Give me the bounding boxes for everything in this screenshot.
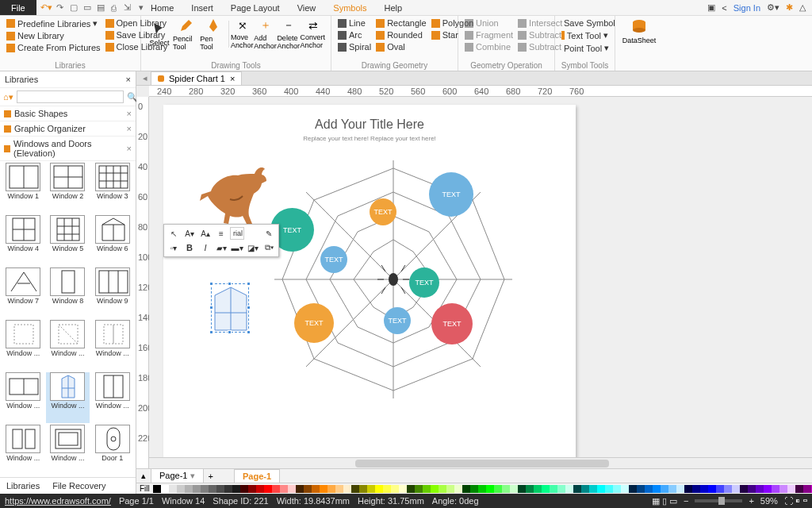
ft-more[interactable]: ▫▾ xyxy=(167,241,181,254)
delete-anchor[interactable]: －Delete Anchor xyxy=(277,17,300,51)
menu-home[interactable]: Home xyxy=(151,3,174,13)
swatch[interactable] xyxy=(581,485,589,493)
close-panel-icon[interactable]: × xyxy=(126,75,131,84)
swatch[interactable] xyxy=(272,485,280,493)
shape-door-1[interactable]: Door 1 xyxy=(91,425,134,475)
tab-file-recovery[interactable]: File Recovery xyxy=(46,478,112,494)
more-icon[interactable]: ▾ xyxy=(136,2,147,13)
swatch[interactable] xyxy=(185,485,193,493)
swatch[interactable] xyxy=(740,485,748,493)
swatch[interactable] xyxy=(264,485,272,493)
swatch[interactable] xyxy=(756,485,764,493)
tab-libraries[interactable]: Libraries xyxy=(0,478,46,494)
shape-window-[interactable]: Window ... xyxy=(91,372,134,423)
swatch[interactable] xyxy=(327,485,335,493)
swatch[interactable] xyxy=(550,485,557,493)
swatch[interactable] xyxy=(668,485,676,493)
swatch[interactable] xyxy=(692,485,700,493)
page-tab-active[interactable]: Page-1 xyxy=(234,469,280,483)
menu-pagelayout[interactable]: Page Layout xyxy=(231,3,280,13)
swatch[interactable] xyxy=(161,485,169,493)
chart-subtitle[interactable]: Replace your text here! Replace your tex… xyxy=(163,135,576,142)
swatch[interactable] xyxy=(193,485,201,493)
swatch[interactable] xyxy=(431,485,439,493)
lib-graphic-organizer[interactable]: Graphic Organizer× xyxy=(0,121,136,137)
pencil-tool[interactable]: Pencil Tool xyxy=(173,17,200,51)
selected-shape[interactable] xyxy=(211,283,249,333)
gear-icon[interactable]: ⚙▾ xyxy=(767,2,779,13)
shape-window-6[interactable]: Window 6 xyxy=(91,215,134,266)
swatch[interactable] xyxy=(708,485,716,493)
swatch[interactable] xyxy=(478,485,486,493)
swatch[interactable] xyxy=(367,485,375,493)
swatch[interactable] xyxy=(518,485,526,493)
geom-arc[interactable]: Arc xyxy=(336,29,373,40)
sign-in-link[interactable]: Sign In xyxy=(733,3,760,13)
swatch[interactable] xyxy=(716,485,724,493)
datasheet-button[interactable]: DataSheet xyxy=(620,17,658,44)
bubble-4[interactable]: TEXT xyxy=(320,246,347,273)
swatch[interactable] xyxy=(399,485,407,493)
open-icon[interactable]: ▭ xyxy=(82,2,93,13)
export-icon[interactable]: ⇲ xyxy=(122,2,133,13)
shape-window-2[interactable]: Window 2 xyxy=(46,163,89,214)
swatch[interactable] xyxy=(803,485,811,493)
swatch[interactable] xyxy=(407,485,415,493)
swatch[interactable] xyxy=(502,485,510,493)
ft-align[interactable]: ≡ xyxy=(214,227,228,240)
predefine-libraries[interactable]: Predefine Libraries▾ xyxy=(5,17,102,29)
shape-window-[interactable]: Window ... xyxy=(46,425,89,475)
swatch[interactable] xyxy=(613,485,621,493)
menu-help[interactable]: Help xyxy=(384,3,402,13)
swatch[interactable] xyxy=(209,485,216,493)
zoom-in[interactable]: + xyxy=(749,496,753,506)
home-icon[interactable]: ⌂▾ xyxy=(3,92,13,102)
ft-fontsize-dec[interactable]: A▾ xyxy=(182,227,197,240)
point-tool[interactable]: Point Tool▾ xyxy=(560,42,610,54)
bubble-2[interactable]: TEXT xyxy=(370,198,396,225)
ft-shadow[interactable]: ◪▾ xyxy=(246,241,260,254)
shape-window-[interactable]: Window ... xyxy=(2,372,44,423)
swatch[interactable] xyxy=(169,485,177,493)
shape-window-5[interactable]: Window 5 xyxy=(46,215,89,266)
swatch[interactable] xyxy=(304,485,312,493)
geom-line[interactable]: Line xyxy=(336,17,373,29)
text-tool[interactable]: Text Tool▾ xyxy=(560,29,610,41)
page[interactable]: Add Your Title Here Replace your text he… xyxy=(163,105,576,468)
swatch[interactable] xyxy=(351,485,359,493)
swatch[interactable] xyxy=(787,485,795,493)
add-anchor[interactable]: ＋Add Anchor xyxy=(254,17,277,51)
print-icon[interactable]: ⎙ xyxy=(109,2,120,13)
swatch[interactable] xyxy=(573,485,581,493)
swatch[interactable] xyxy=(391,485,399,493)
swatch[interactable] xyxy=(446,485,454,493)
swatch[interactable] xyxy=(772,485,779,493)
swatch[interactable] xyxy=(296,485,304,493)
swatch[interactable] xyxy=(454,485,462,493)
swatch[interactable] xyxy=(320,485,327,493)
zoom-value[interactable]: 59% xyxy=(760,496,778,506)
lib-basic-shapes[interactable]: Basic Shapes× xyxy=(0,106,136,121)
swatch[interactable] xyxy=(240,485,248,493)
swatch[interactable] xyxy=(439,485,446,493)
swatch[interactable] xyxy=(359,485,367,493)
swatch[interactable] xyxy=(224,485,232,493)
geom-rect[interactable]: Rectangle xyxy=(374,17,428,29)
swatch[interactable] xyxy=(795,485,803,493)
menu-insert[interactable]: Insert xyxy=(191,3,213,13)
swatch[interactable] xyxy=(216,485,224,493)
geom-oval[interactable]: Oval xyxy=(374,41,428,52)
user-icon[interactable]: ▣ xyxy=(707,2,715,13)
ft-fontsize-inc[interactable]: A▴ xyxy=(198,227,213,240)
swatch[interactable] xyxy=(335,485,343,493)
swatch[interactable] xyxy=(605,485,613,493)
save-symbol[interactable]: Save Symbol xyxy=(560,17,610,29)
bubble-7[interactable]: TEXT xyxy=(431,303,473,344)
swatch[interactable] xyxy=(748,485,756,493)
new-icon[interactable]: ▢ xyxy=(68,2,79,13)
swatch[interactable] xyxy=(232,485,240,493)
move-anchor[interactable]: ⤧Move Anchor xyxy=(231,17,254,51)
swatch[interactable] xyxy=(700,485,708,493)
ft-arrange[interactable]: ⧉▾ xyxy=(262,241,276,254)
library-search-input[interactable] xyxy=(17,90,124,103)
